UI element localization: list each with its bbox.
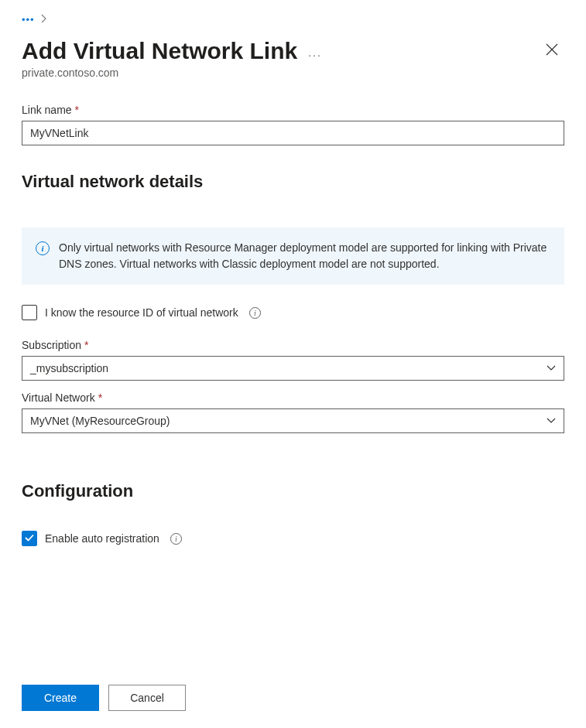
- vnet-details-heading: Virtual network details: [22, 172, 564, 192]
- info-text: Only virtual networks with Resource Mana…: [59, 240, 550, 272]
- more-actions-icon[interactable]: ···: [308, 49, 322, 61]
- subscription-select[interactable]: _mysubscription: [22, 356, 564, 381]
- page-subtitle: private.contoso.com: [22, 67, 322, 79]
- chevron-right-icon: [41, 14, 47, 26]
- chevron-down-icon: [547, 363, 556, 374]
- required-indicator: *: [98, 391, 102, 404]
- page-title: Add Virtual Network Link: [22, 37, 297, 65]
- checkmark-icon: [24, 532, 35, 545]
- required-indicator: *: [84, 339, 88, 351]
- auto-registration-label: Enable auto registration: [45, 532, 159, 545]
- close-icon: [546, 43, 558, 56]
- chevron-down-icon: [547, 415, 556, 426]
- resource-id-checkbox[interactable]: [22, 305, 37, 320]
- link-name-label: Link name: [22, 104, 72, 116]
- breadcrumb-ellipsis-icon[interactable]: •••: [22, 14, 35, 26]
- link-name-input[interactable]: [22, 121, 564, 145]
- help-icon[interactable]: i: [249, 307, 261, 319]
- virtual-network-value: MyVNet (MyResourceGroup): [30, 415, 170, 427]
- subscription-value: _mysubscription: [30, 362, 108, 374]
- info-callout: i Only virtual networks with Resource Ma…: [22, 227, 564, 285]
- cancel-button[interactable]: Cancel: [108, 685, 186, 711]
- help-icon[interactable]: i: [170, 533, 182, 545]
- subscription-label: Subscription: [22, 339, 81, 351]
- info-icon: i: [36, 241, 50, 255]
- close-button[interactable]: [540, 37, 564, 64]
- virtual-network-label: Virtual Network: [22, 391, 95, 404]
- create-button[interactable]: Create: [22, 685, 99, 711]
- required-indicator: *: [75, 104, 79, 116]
- configuration-heading: Configuration: [22, 481, 564, 501]
- resource-id-label: I know the resource ID of virtual networ…: [45, 306, 238, 319]
- auto-registration-checkbox[interactable]: [22, 531, 37, 546]
- virtual-network-select[interactable]: MyVNet (MyResourceGroup): [22, 408, 564, 433]
- breadcrumb: •••: [22, 9, 564, 29]
